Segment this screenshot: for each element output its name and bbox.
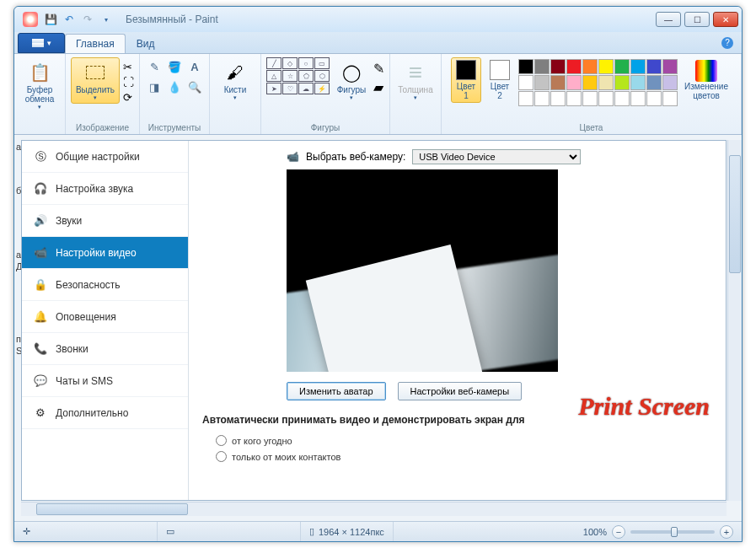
- canvas[interactable]: ⓈОбщие настройки🎧Настройка звука🔊Звуки📹Н…: [21, 140, 727, 501]
- sidebar-item-label: Настройка звука: [56, 183, 133, 195]
- color-swatch[interactable]: [646, 59, 662, 74]
- color-swatch[interactable]: [582, 75, 598, 90]
- color-swatch[interactable]: [534, 59, 550, 74]
- color-swatch[interactable]: [534, 75, 550, 90]
- file-tab[interactable]: ▾: [18, 33, 65, 53]
- save-icon[interactable]: 💾: [43, 12, 58, 27]
- color-swatch[interactable]: [662, 75, 678, 90]
- pencil-icon[interactable]: ✎: [145, 57, 164, 76]
- color-swatch[interactable]: [630, 91, 646, 106]
- brush-icon: 🖌: [223, 60, 248, 85]
- color-swatch[interactable]: [630, 59, 646, 74]
- text-icon[interactable]: A: [185, 57, 204, 76]
- volume-icon: 🔊: [34, 214, 47, 227]
- color2-button[interactable]: Цвет 2: [485, 57, 515, 103]
- edit-colors-button[interactable]: Изменение цветов: [681, 57, 732, 103]
- webcam-settings-button[interactable]: Настройки веб-камеры: [398, 382, 523, 400]
- color-swatch[interactable]: [566, 59, 582, 74]
- sidebar-item-gear[interactable]: ⚙Дополнительно: [22, 397, 188, 429]
- color-swatch[interactable]: [518, 91, 533, 106]
- size-icon: ▯: [309, 526, 314, 537]
- shapes-dropdown[interactable]: ◯ Фигуры ▾: [333, 57, 370, 104]
- color-swatch[interactable]: [582, 59, 598, 74]
- window-controls: — ☐ ✕: [656, 12, 738, 27]
- color-swatch[interactable]: [518, 59, 533, 74]
- brushes-button[interactable]: 🖌 Кисти ▾: [215, 57, 255, 104]
- video-settings-pane: 📹 Выбрать веб-камеру: USB Video Device И…: [189, 141, 726, 500]
- color-swatch[interactable]: [598, 91, 614, 106]
- bell-icon: 🔔: [34, 310, 47, 323]
- color-swatch[interactable]: [550, 59, 566, 74]
- thickness-button[interactable]: ≡ Толщина ▾: [395, 57, 436, 104]
- color1-button[interactable]: Цвет 1: [451, 57, 481, 103]
- sidebar-item-skype[interactable]: ⓈОбщие настройки: [22, 141, 188, 173]
- sidebar-item-label: Звуки: [56, 215, 82, 227]
- webcam-preview: [287, 169, 558, 372]
- color-swatch[interactable]: [550, 75, 566, 90]
- ribbon: 📋 Буфер обмена ▾ Выделить ▾ ✂ ⛶ ⟳: [14, 54, 742, 135]
- color-swatch[interactable]: [582, 91, 598, 106]
- picker-icon[interactable]: 💧: [165, 78, 184, 96]
- chevron-down-icon: ▾: [233, 94, 237, 101]
- undo-icon[interactable]: ↶: [62, 12, 77, 27]
- color-palette[interactable]: [518, 59, 678, 106]
- sidebar-item-phone[interactable]: 📞Звонки: [22, 333, 188, 365]
- sidebar-item-chat[interactable]: 💬Чаты и SMS: [22, 365, 188, 397]
- sidebar-item-label: Дополнительно: [56, 407, 128, 419]
- color-swatch[interactable]: [518, 75, 533, 90]
- color-swatch[interactable]: [662, 59, 678, 74]
- auto-accept-heading: Автоматически принимать видео и демонстр…: [202, 414, 712, 426]
- webcam-select[interactable]: USB Video Device: [412, 149, 581, 164]
- color-swatch[interactable]: [598, 59, 614, 74]
- eraser-icon[interactable]: ◨: [145, 78, 164, 96]
- color-swatch[interactable]: [598, 75, 614, 90]
- redo-icon[interactable]: ↷: [80, 12, 95, 27]
- zoom-in-button[interactable]: +: [720, 525, 733, 539]
- rotate-icon[interactable]: ⟳: [123, 91, 134, 104]
- color-swatch[interactable]: [566, 75, 582, 90]
- color-swatch[interactable]: [662, 91, 678, 106]
- clipboard-button[interactable]: 📋 Буфер обмена ▾: [19, 57, 60, 113]
- sidebar-item-headset[interactable]: 🎧Настройка звука: [22, 173, 188, 205]
- color-swatch[interactable]: [646, 91, 662, 106]
- fill-shape-icon[interactable]: ▰: [373, 79, 384, 95]
- change-avatar-button[interactable]: Изменить аватар: [287, 382, 386, 400]
- outline-icon[interactable]: ✎: [373, 61, 384, 77]
- close-button[interactable]: ✕: [713, 12, 738, 27]
- zoom-icon[interactable]: 🔍: [185, 78, 204, 96]
- horizontal-scrollbar[interactable]: [21, 502, 727, 516]
- color-swatch[interactable]: [566, 91, 582, 106]
- sidebar-item-lock[interactable]: 🔒Безопасность: [22, 269, 188, 301]
- color-swatch[interactable]: [534, 91, 550, 106]
- crop-icon[interactable]: ✂: [123, 61, 134, 73]
- color-swatch[interactable]: [550, 91, 566, 106]
- tab-home[interactable]: Главная: [65, 34, 126, 53]
- sidebar-item-bell[interactable]: 🔔Оповещения: [22, 301, 188, 333]
- color-swatch[interactable]: [614, 91, 630, 106]
- qat-dropdown-icon[interactable]: ▾: [99, 12, 114, 27]
- color-swatch[interactable]: [646, 75, 662, 90]
- sidebar-item-video[interactable]: 📹Настройки видео: [22, 237, 188, 269]
- zoom-slider[interactable]: [630, 530, 715, 534]
- minimize-button[interactable]: —: [656, 12, 681, 27]
- color-swatch[interactable]: [614, 75, 630, 90]
- vertical-scrollbar[interactable]: [727, 140, 742, 501]
- resize-icon[interactable]: ⛶: [123, 76, 134, 89]
- sidebar-item-label: Чаты и SMS: [56, 375, 113, 387]
- group-colors: Цвет 1 Цвет 2 Изменение цветов Цвета: [442, 54, 742, 134]
- fill-icon[interactable]: 🪣: [165, 57, 184, 76]
- help-icon[interactable]: ?: [721, 37, 733, 49]
- radio-anyone[interactable]: от кого угодно: [202, 432, 712, 449]
- canvas-area: a б а Д п S ⓈОбщие настройки🎧Настройка з…: [14, 135, 742, 521]
- chevron-down-icon: ▾: [47, 39, 51, 47]
- radio-contacts[interactable]: только от моих контактов: [202, 449, 712, 465]
- color-swatch[interactable]: [614, 59, 630, 74]
- chevron-down-icon: ▾: [350, 94, 353, 101]
- shapes-gallery[interactable]: ╱◇○▭ △☆⬠⬡ ➤♡☁⚡: [266, 57, 330, 94]
- color-swatch[interactable]: [630, 75, 646, 90]
- maximize-button[interactable]: ☐: [684, 12, 710, 27]
- zoom-out-button[interactable]: −: [612, 525, 625, 539]
- sidebar-item-volume[interactable]: 🔊Звуки: [22, 205, 188, 237]
- tab-view[interactable]: Вид: [126, 34, 166, 53]
- select-button[interactable]: Выделить ▾: [71, 57, 120, 104]
